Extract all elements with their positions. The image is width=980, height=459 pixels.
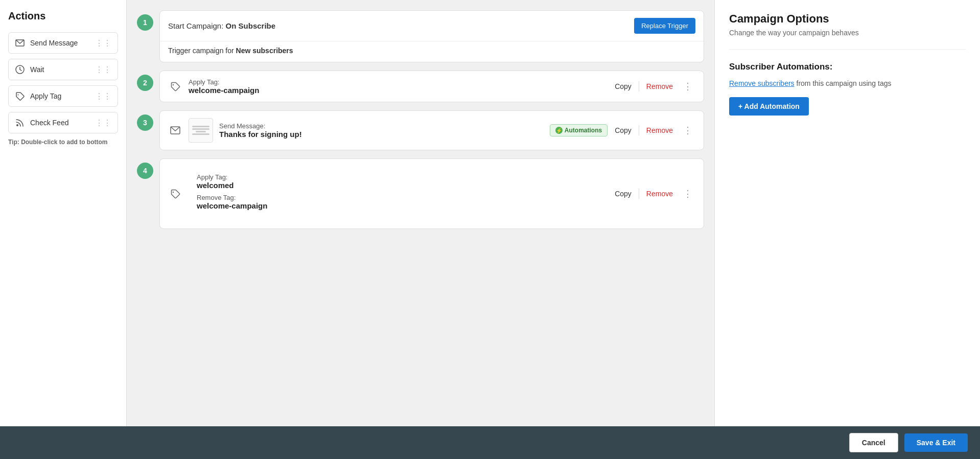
- footer: Cancel Save & Exit: [0, 426, 980, 459]
- step-2-wrapper: 2 Apply Tag: welcome-campaign Copy: [137, 71, 704, 102]
- step-2-row: Apply Tag: welcome-campaign Copy Remove …: [160, 71, 704, 102]
- msg-line-1: [192, 126, 209, 127]
- remove-subscribers-link[interactable]: Remove subscribers: [729, 79, 795, 87]
- step-4-remove-label: Remove Tag:: [197, 194, 267, 201]
- msg-line-3: [196, 131, 206, 132]
- step-3-wrapper: 3 Send Message:: [137, 110, 704, 150]
- step-2-number: 2: [137, 75, 153, 91]
- step-2-actions: Copy Remove ⋮: [612, 79, 695, 94]
- step-2-content: Apply Tag: welcome-campaign: [189, 78, 259, 95]
- step-2-copy-button[interactable]: Copy: [612, 80, 635, 93]
- step-4-content: Apply Tag: welcomed Remove Tag: welcome-…: [189, 166, 275, 221]
- step-1-wrapper: 1 Start Campaign: On Subscribe Replace T…: [137, 10, 704, 62]
- main-content: 1 Start Campaign: On Subscribe Replace T…: [127, 0, 714, 426]
- tip-content: Double-click to add to bottom: [21, 139, 107, 146]
- step-2-remove-button[interactable]: Remove: [643, 80, 676, 93]
- trigger-sub-prefix: Trigger campaign for: [168, 47, 236, 55]
- step-3-number: 3: [137, 114, 153, 131]
- step-3-actions: ⚡ Automations Copy Remove ⋮: [550, 123, 695, 138]
- add-automation-button[interactable]: + Add Automation: [729, 97, 809, 116]
- trigger-value: On Subscribe: [226, 21, 276, 30]
- tip-label: Tip:: [8, 139, 19, 146]
- step-3-card: Send Message: Thanks for signing up! ⚡ A…: [159, 110, 704, 150]
- drag-handle-apply-tag: ⋮⋮: [95, 91, 111, 101]
- msg-line-4: [192, 133, 209, 135]
- step-3-divider: [639, 125, 639, 135]
- step-3-row: Send Message: Thanks for signing up! ⚡ A…: [160, 111, 704, 150]
- step-2-more-button[interactable]: ⋮: [680, 79, 695, 94]
- trigger-sub: Trigger campaign for New subscribers: [160, 41, 704, 62]
- step-4-copy-button[interactable]: Copy: [612, 188, 635, 200]
- sidebar-title: Actions: [8, 10, 118, 22]
- action-label-send-message: Send Message: [30, 39, 78, 47]
- drag-handle-send-message: ⋮⋮: [95, 38, 111, 48]
- msg-line-2: [192, 128, 209, 130]
- tag-step-icon: [168, 79, 182, 94]
- clock-icon: [15, 64, 25, 75]
- drag-handle-wait: ⋮⋮: [95, 65, 111, 75]
- trigger-title: Start Campaign: On Subscribe: [168, 21, 275, 30]
- tag-icon: [15, 91, 25, 101]
- svg-point-2: [18, 95, 19, 96]
- trigger-prefix: Start Campaign:: [168, 21, 226, 30]
- action-label-apply-tag: Apply Tag: [30, 92, 61, 100]
- step-4-apply-label: Apply Tag:: [197, 173, 267, 181]
- step-3-label: Send Message:: [219, 122, 302, 130]
- trigger-header: Start Campaign: On Subscribe Replace Tri…: [160, 11, 704, 41]
- envelope-icon: [15, 38, 25, 48]
- step-1-number: 1: [137, 14, 153, 31]
- message-preview: [189, 118, 213, 143]
- step-4-apply-value: welcomed: [197, 181, 267, 190]
- action-item-send-message[interactable]: Send Message ⋮⋮: [8, 32, 118, 54]
- tag-step-4-icon: [168, 187, 182, 201]
- action-label-check-feed: Check Feed: [30, 119, 68, 127]
- step-4-left: Apply Tag: welcomed Remove Tag: welcome-…: [168, 166, 605, 221]
- step-4-more-button[interactable]: ⋮: [680, 186, 695, 201]
- step-2-card: Apply Tag: welcome-campaign Copy Remove …: [159, 71, 704, 102]
- step-3-remove-button[interactable]: Remove: [643, 124, 676, 136]
- step-4-wrapper: 4 Apply Tag: welcomed Remove Tag: welcom…: [137, 158, 704, 229]
- action-item-apply-tag[interactable]: Apply Tag ⋮⋮: [8, 85, 118, 107]
- envelope-step-icon: [168, 123, 182, 137]
- step-4-remove-value: welcome-campaign: [197, 201, 267, 210]
- automations-badge-label: Automations: [565, 127, 602, 134]
- action-label-wait: Wait: [30, 65, 44, 74]
- step-4-divider: [639, 189, 639, 199]
- step-2-divider: [639, 81, 639, 91]
- step-1-card: Start Campaign: On Subscribe Replace Tri…: [159, 10, 704, 62]
- sidebar: Actions Send Message ⋮⋮ Wait ⋮⋮: [0, 0, 127, 426]
- svg-point-4: [173, 84, 174, 85]
- step-4-number: 4: [137, 163, 153, 179]
- cancel-button[interactable]: Cancel: [849, 433, 898, 452]
- step-2-label: Apply Tag:: [189, 78, 259, 86]
- automations-badge-icon: ⚡: [555, 127, 563, 134]
- svg-point-6: [173, 192, 174, 193]
- right-panel: Campaign Options Change the way your cam…: [714, 0, 980, 426]
- save-exit-button[interactable]: Save & Exit: [904, 433, 968, 452]
- step-2-left: Apply Tag: welcome-campaign: [168, 78, 605, 95]
- subscriber-desc-suffix: from this campaign using tags: [795, 79, 892, 87]
- step-4-row: Apply Tag: welcomed Remove Tag: welcome-…: [160, 159, 704, 228]
- step-4-card: Apply Tag: welcomed Remove Tag: welcome-…: [159, 158, 704, 229]
- subscriber-desc: Remove subscribers from this campaign us…: [729, 78, 966, 89]
- step-3-value: Thanks for signing up!: [219, 130, 302, 139]
- feed-icon: [15, 118, 25, 128]
- panel-subtitle: Change the way your campaign behaves: [729, 29, 966, 37]
- panel-divider: [729, 49, 966, 50]
- tip-text: Tip: Double-click to add to bottom: [8, 139, 118, 146]
- step-2-value: welcome-campaign: [189, 86, 259, 95]
- step-4-actions: Copy Remove ⋮: [612, 186, 695, 201]
- svg-point-3: [16, 124, 18, 126]
- replace-trigger-button[interactable]: Replace Trigger: [634, 18, 695, 34]
- automations-badge[interactable]: ⚡ Automations: [550, 124, 608, 136]
- step-3-left: Send Message: Thanks for signing up!: [168, 118, 544, 143]
- trigger-sub-value: New subscribers: [236, 47, 293, 55]
- drag-handle-check-feed: ⋮⋮: [95, 118, 111, 128]
- subscriber-automations-title: Subscriber Automations:: [729, 62, 966, 72]
- step-3-more-button[interactable]: ⋮: [680, 123, 695, 138]
- step-3-content: Send Message: Thanks for signing up!: [219, 122, 302, 139]
- action-item-check-feed[interactable]: Check Feed ⋮⋮: [8, 112, 118, 133]
- step-4-remove-button[interactable]: Remove: [643, 188, 676, 200]
- action-item-wait[interactable]: Wait ⋮⋮: [8, 59, 118, 80]
- step-3-copy-button[interactable]: Copy: [612, 124, 635, 136]
